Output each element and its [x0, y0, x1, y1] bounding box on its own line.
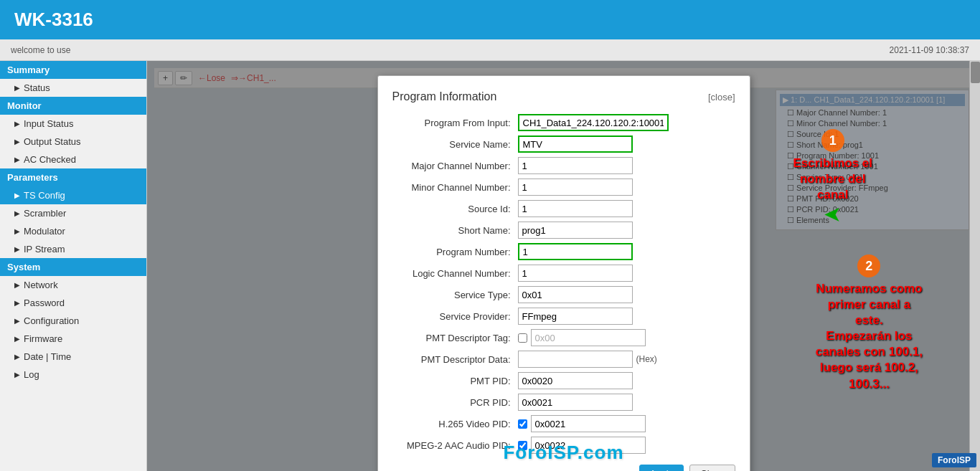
sidebar-item-label: TS Config — [24, 190, 65, 201]
sidebar-item-output-status[interactable]: ▶ Output Status — [0, 133, 146, 151]
arrow-icon: ▶ — [14, 317, 20, 325]
datetime-text: 2021-11-09 10:38:37 — [890, 45, 969, 55]
arrow-icon: ▶ — [14, 191, 20, 199]
sidebar-item-ip-stream[interactable]: ▶ IP Stream — [0, 240, 146, 258]
sidebar-section-summary: Summary — [0, 61, 146, 79]
service-provider-label: Service Provider: — [392, 311, 518, 322]
sidebar-item-firmware[interactable]: ▶ Firmware — [0, 330, 146, 348]
major-channel-field[interactable] — [518, 157, 633, 174]
top-bar: welcome to use 2021-11-09 10:38:37 — [0, 39, 980, 61]
sidebar-section-monitor: Monitor — [0, 97, 146, 115]
program-number-field[interactable] — [518, 243, 633, 260]
logic-channel-label: Logic Channel Number: — [392, 268, 518, 279]
service-provider-row: Service Provider: — [392, 308, 735, 325]
pcr-pid-row: PCR PID: — [392, 394, 735, 411]
close-button[interactable]: Close — [689, 465, 735, 471]
arrow-icon: ▶ — [14, 156, 20, 163]
h265-video-pid-checkbox-group — [518, 415, 646, 432]
sidebar-item-scrambler[interactable]: ▶ Scrambler — [0, 204, 146, 222]
logic-channel-row: Logic Channel Number: — [392, 265, 735, 282]
app-title: WK-3316 — [14, 9, 93, 31]
major-channel-label: Major Channel Number: — [392, 161, 518, 171]
short-name-field[interactable] — [518, 222, 633, 239]
arrow-icon: ▶ — [14, 281, 20, 289]
minor-channel-label: Minor Channel Number: — [392, 182, 518, 193]
sidebar-item-network[interactable]: ▶ Network — [0, 276, 146, 294]
h265-video-pid-checkbox[interactable] — [518, 419, 527, 429]
sidebar-item-ts-config[interactable]: ▶ TS Config — [0, 186, 146, 204]
h265-video-pid-field[interactable] — [531, 415, 646, 432]
program-number-label: Program Number: — [392, 247, 518, 257]
sidebar-item-label: AC Checked — [24, 154, 76, 165]
sidebar-item-label: Network — [24, 280, 58, 290]
sidebar-item-log[interactable]: ▶ Log — [0, 366, 146, 384]
badge-1: 1 — [821, 129, 844, 152]
arrow-icon: ▶ — [14, 371, 20, 379]
modal-overlay: Program Information [close] Program From… — [147, 61, 980, 471]
arrow-icon: ▶ — [14, 138, 20, 146]
sidebar-item-label: Date | Time — [24, 351, 71, 362]
minor-channel-field[interactable] — [518, 179, 633, 196]
service-provider-field[interactable] — [518, 308, 633, 325]
arrow-icon: ▶ — [14, 335, 20, 343]
source-id-field[interactable] — [518, 200, 633, 217]
sidebar-item-password[interactable]: ▶ Password — [0, 294, 146, 312]
pmt-descriptor-tag-checkbox-group — [518, 329, 646, 346]
major-channel-row: Major Channel Number: — [392, 157, 735, 174]
sidebar: Summary ▶ Status Monitor ▶ Input Status … — [0, 61, 147, 471]
sidebar-item-modulator[interactable]: ▶ Modulator — [0, 222, 146, 240]
pmt-pid-field[interactable] — [518, 372, 633, 389]
apply-button[interactable]: Apply — [639, 465, 684, 471]
pmt-descriptor-data-label: PMT Descriptor Data: — [392, 354, 518, 365]
modal-title: Program Information — [392, 90, 497, 103]
service-type-label: Service Type: — [392, 290, 518, 300]
service-name-field[interactable] — [518, 135, 633, 153]
sidebar-item-label: Firmware — [24, 333, 62, 344]
mpeg2-aac-audio-pid-checkbox[interactable] — [518, 441, 527, 450]
main-layout: Summary ▶ Status Monitor ▶ Input Status … — [0, 61, 980, 471]
pmt-descriptor-data-field[interactable] — [518, 351, 633, 368]
pcr-pid-label: PCR PID: — [392, 397, 518, 408]
service-name-label: Service Name: — [392, 139, 518, 150]
sidebar-item-datetime[interactable]: ▶ Date | Time — [0, 348, 146, 366]
service-type-row: Service Type: — [392, 286, 735, 303]
sidebar-item-configuration[interactable]: ▶ Configuration — [0, 312, 146, 330]
modal-footer: Apply Close — [392, 465, 735, 471]
source-id-row: Source Id: — [392, 200, 735, 217]
pmt-pid-label: PMT PID: — [392, 376, 518, 386]
logic-channel-field[interactable] — [518, 265, 633, 282]
sidebar-item-ac-checked[interactable]: ▶ AC Checked — [0, 151, 146, 168]
program-from-input-row: Program From Input: — [392, 114, 735, 131]
sidebar-item-label: Scrambler — [24, 208, 66, 219]
program-info-modal: Program Information [close] Program From… — [377, 75, 750, 471]
sidebar-section-parameters: Parameters — [0, 168, 146, 186]
sidebar-item-label: Status — [24, 82, 50, 93]
arrow-icon: ▶ — [14, 227, 20, 235]
pmt-descriptor-data-row: PMT Descriptor Data: (Hex) — [392, 351, 735, 368]
pmt-descriptor-tag-label: PMT Descriptor Tag: — [392, 333, 518, 343]
sidebar-item-status[interactable]: ▶ Status — [0, 79, 146, 97]
pmt-descriptor-tag-field[interactable] — [531, 329, 646, 346]
h265-video-pid-row: H.265 Video PID: — [392, 415, 735, 432]
program-from-input-field[interactable] — [518, 114, 669, 131]
sidebar-item-label: Output Status — [24, 136, 81, 147]
annotation-1: 1 Escribimos el nombre del canal ➤ — [793, 129, 872, 228]
minor-channel-row: Minor Channel Number: — [392, 179, 735, 196]
badge-2: 2 — [857, 254, 880, 277]
mpeg2-aac-audio-pid-field[interactable] — [531, 437, 646, 454]
modal-close-link[interactable]: [close] — [708, 92, 735, 103]
arrow-icon: ▶ — [14, 84, 20, 92]
sidebar-item-label: Log — [24, 369, 39, 380]
annotation-1-arrow: ➤ — [824, 203, 842, 228]
pmt-descriptor-tag-row: PMT Descriptor Tag: — [392, 329, 735, 346]
h265-video-pid-label: H.265 Video PID: — [392, 419, 518, 429]
pmt-descriptor-tag-checkbox[interactable] — [518, 333, 527, 343]
pcr-pid-field[interactable] — [518, 394, 633, 411]
sidebar-item-label: IP Stream — [24, 244, 65, 254]
arrow-icon: ▶ — [14, 209, 20, 217]
service-type-field[interactable] — [518, 286, 633, 303]
mpeg2-aac-audio-pid-checkbox-group — [518, 437, 646, 454]
scroll-indicator[interactable] — [969, 61, 980, 471]
arrow-icon: ▶ — [14, 120, 20, 128]
sidebar-item-input-status[interactable]: ▶ Input Status — [0, 115, 146, 133]
